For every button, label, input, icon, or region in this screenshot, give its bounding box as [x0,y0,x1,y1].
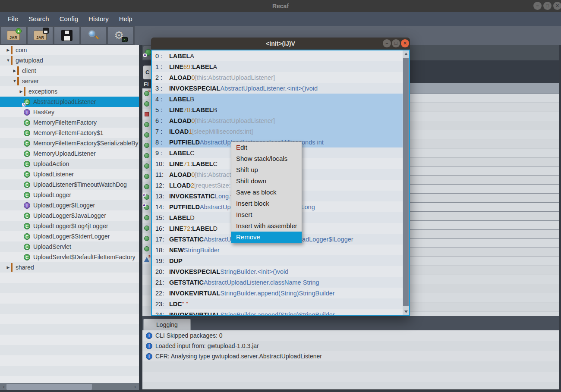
operand: StringBuilder.append(String)StringBuilde… [220,290,334,297]
instruction-row[interactable]: 6 : ALOAD 0 [this:AbstractUploadListener… [152,115,409,126]
search-button[interactable] [81,27,106,44]
jar-export-icon: JAR [34,31,47,40]
menu-config[interactable]: Config [54,12,83,26]
sidebar-item-memoryfileitemfactory[interactable]: CMemoryFileItemFactory [0,117,139,128]
menu-item-insert-with-assembler[interactable]: Insert with assembler [231,220,302,232]
instruction-row[interactable]: 5 : LINE 70:LABEL B [152,104,409,115]
maximize-icon[interactable]: □ [543,2,552,10]
config-button[interactable]: ⚙ >_ [108,27,133,44]
sidebar-item-uploadservlet$defaultfileitemfactory[interactable]: CUploadServlet$DefaultFileItemFactory [0,252,139,262]
member-row[interactable] [142,161,151,171]
member-row[interactable] [142,171,151,182]
instruction-row[interactable]: 24: INVOKEVIRTUAL StringBuilder.append(S… [152,309,409,316]
save-button[interactable] [54,27,79,44]
member-row[interactable]: S [142,88,151,99]
instruction-row[interactable]: 18: NEW StringBuilder [152,245,409,255]
member-row[interactable] [142,213,151,223]
menu-file[interactable]: File [3,12,23,26]
menu-item-insert[interactable]: Insert [231,209,302,220]
instruction-index: 14: [155,204,169,210]
member-row[interactable] [142,223,151,233]
sidebar-item-memoryfileitemfactory$1[interactable]: CMemoryFileItemFactory$1 [0,128,139,138]
sidebar-item-uploadlogger$javalogger[interactable]: CUploadLogger$JavaLogger [0,210,139,221]
tree-right-arrow-icon[interactable]: ▶ [19,89,24,94]
menu-item-shift-up[interactable]: Shift up [231,164,302,176]
sidebar-item-uploadservlet[interactable]: CUploadServlet [0,241,139,252]
menu-item-insert-block[interactable]: Insert block [231,198,302,209]
sidebar-item-memoryuploadlistener[interactable]: CMemoryUploadListener [0,148,139,159]
scrollbar-thumb[interactable] [403,58,409,306]
sidebar-item-uploadlistener[interactable]: CUploadListener [0,169,139,179]
scroll-down-icon[interactable] [403,308,409,315]
modal-minimize-icon[interactable]: – [383,39,391,47]
member-row[interactable] [142,109,151,119]
sidebar-item-gwtupload[interactable]: ▼gwtupload [0,55,139,66]
member-row[interactable] [142,130,151,140]
menu-search[interactable]: Search [23,12,54,26]
sidebar-item-exceptions[interactable]: ▶exceptions [0,86,139,97]
sidebar-item-uploadlogger$ilogger[interactable]: IUploadLogger$ILogger [0,200,139,210]
sidebar-item-uploadlogger$log4jlogger[interactable]: CUploadLogger$Log4jLogger [0,221,139,231]
menu-item-save-as-block[interactable]: Save as block [231,187,302,198]
sidebar-item-uploadlogger[interactable]: CUploadLogger [0,190,139,200]
sidebar-item-uploadlogger$stderrlogger[interactable]: CUploadLogger$StderrLogger [0,231,139,241]
member-row[interactable] [142,233,151,244]
tree-item-label: server [22,78,39,85]
menu-item-show-stack-locals[interactable]: Show stack/locals [231,153,302,164]
menu-history[interactable]: History [83,12,114,26]
member-row[interactable]: S [142,254,151,264]
instruction-row[interactable]: 23: LDC " " [152,298,409,309]
menu-help[interactable]: Help [114,12,138,26]
instruction-row[interactable]: 20: INVOKESPECIAL StringBuilder.<init>()… [152,266,409,277]
minimize-icon[interactable]: – [533,2,542,10]
modal-titlebar[interactable]: <init>(IJ)V – □ ✕ [151,38,410,50]
instruction-row[interactable]: 21: GETSTATIC AbstractUploadListener.cla… [152,277,409,288]
table-row [410,194,559,203]
tree-right-arrow-icon[interactable]: ▶ [6,48,11,52]
sidebar-item-server[interactable]: ▼server [0,76,139,86]
menu-item-remove[interactable]: Remove [231,232,302,243]
menu-item-edit[interactable]: Edit [231,142,302,153]
class-tab[interactable]: A [143,46,151,60]
sidebar-item-com[interactable]: ▶com [0,45,139,55]
member-row[interactable] [142,140,151,151]
instruction-row[interactable]: 7 : ILOAD 1 [sleepMilliseconds:int] [152,126,409,137]
member-row[interactable] [142,99,151,109]
sidebar-item-shared[interactable]: ▶shared [0,262,139,273]
sidebar-item-uploadlistener$timeoutwatchdog[interactable]: CUploadListener$TimeoutWatchDog [0,179,139,190]
instruction-row[interactable]: 3 : INVOKESPECIAL AbstractUploadListener… [152,83,409,94]
tree-down-arrow-icon[interactable]: ▼ [6,58,11,63]
instruction-row[interactable]: 22: INVOKEVIRTUAL StringBuilder.append(S… [152,288,409,298]
sidebar-item-uploadaction[interactable]: CUploadAction [0,159,139,169]
table-row [410,203,559,212]
instruction-row[interactable]: 4 : LABEL B [152,94,409,104]
member-row[interactable] [142,182,151,192]
export-jar-button[interactable]: JAR [28,27,53,44]
member-row[interactable] [142,151,151,161]
tree-right-arrow-icon[interactable]: ▶ [12,69,17,73]
tree-right-arrow-icon[interactable]: ▶ [6,265,11,270]
instruction-row[interactable]: 19: DUP [152,255,409,266]
member-row[interactable]: A [142,192,151,202]
sidebar-item-haskey[interactable]: IHasKey [0,107,139,117]
scroll-up-icon[interactable] [403,50,409,57]
menu-item-shift-down[interactable]: Shift down [231,176,302,187]
modal-close-icon[interactable]: ✕ [401,39,409,47]
modal-maximize-icon[interactable]: □ [392,39,400,47]
sidebar-item-memoryfileitemfactory$serializableby[interactable]: CMemoryFileItemFactory$SerializableBy [0,138,139,148]
instruction-row[interactable]: 1 : LINE 69:LABEL A [152,61,409,72]
member-row[interactable] [142,119,151,130]
member-row[interactable] [142,244,151,254]
close-icon[interactable]: ✕ [553,2,561,10]
member-row[interactable]: A [142,202,151,213]
instruction-scrollbar[interactable] [403,50,409,315]
sidebar-item-client[interactable]: ▶client [0,66,139,76]
scrollbar-thumb[interactable] [6,384,92,390]
tree-down-arrow-icon[interactable]: ▼ [12,79,17,83]
load-jar-button[interactable]: JAR ▲ [1,27,26,44]
class-mode-chip[interactable]: C [143,66,151,79]
tab-logging[interactable]: Logging [143,319,191,330]
sidebar-item-abstractuploadlistener[interactable]: CAAbstractUploadListener [0,97,139,107]
instruction-row[interactable]: 0 : LABEL A [152,50,409,61]
instruction-row[interactable]: 2 : ALOAD 0 [this:AbstractUploadListener… [152,72,409,83]
